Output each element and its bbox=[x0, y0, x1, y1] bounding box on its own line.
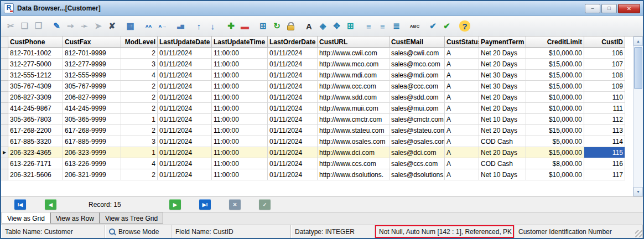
table-cell[interactable]: 01/11/2024 bbox=[158, 136, 212, 147]
table-cell[interactable]: Net 20 Days bbox=[479, 125, 526, 136]
table-cell[interactable]: 106 bbox=[584, 48, 625, 59]
table-cell[interactable]: A bbox=[445, 48, 479, 59]
table-cell[interactable]: 617-268-2200 bbox=[8, 125, 63, 136]
find-icon[interactable]: AA bbox=[142, 19, 155, 33]
table-cell[interactable]: 11:00:00 bbox=[212, 158, 268, 169]
table-cell[interactable]: 01/11/2024 bbox=[158, 125, 212, 136]
table-cell[interactable]: 01/11/2024 bbox=[158, 70, 212, 81]
refresh-icon[interactable]: ↻ bbox=[270, 19, 284, 33]
table-cell[interactable]: 01/11/2024 bbox=[268, 158, 318, 169]
table-cell[interactable]: A bbox=[445, 70, 479, 81]
table-cell[interactable]: A bbox=[445, 103, 479, 114]
column-header-lastupdatedate[interactable]: LastUpdateDate bbox=[158, 37, 212, 48]
column-header-paymentterm[interactable]: PaymentTerm bbox=[479, 37, 526, 48]
table-cell[interactable]: 01/11/2024 bbox=[268, 147, 318, 158]
table-cell[interactable]: 305-767-9999 bbox=[63, 81, 121, 92]
chart-icon[interactable]: ▃▆ bbox=[174, 19, 188, 33]
column-header-custid[interactable]: CustID bbox=[584, 37, 625, 48]
table-cell[interactable]: 01/11/2024 bbox=[158, 103, 212, 114]
table-cell[interactable]: 01/11/2024 bbox=[158, 59, 212, 70]
table-cell[interactable]: http://www.cmctr.com bbox=[318, 114, 389, 125]
table-cell[interactable]: 305-365-7803 bbox=[8, 114, 63, 125]
table-cell[interactable]: 3 bbox=[121, 59, 158, 70]
table-cell[interactable]: 206-827-9999 bbox=[63, 92, 121, 103]
table-cell[interactable]: 01/11/2024 bbox=[158, 92, 212, 103]
table-cell[interactable]: 11:00:00 bbox=[212, 147, 268, 158]
table-cell[interactable]: Net 20 Days bbox=[479, 92, 526, 103]
minimize-button[interactable]: – bbox=[585, 4, 600, 13]
table-cell[interactable]: http://www.stateu.com bbox=[318, 125, 389, 136]
rename-field-icon[interactable]: A bbox=[302, 19, 316, 33]
post-button[interactable]: ✓ bbox=[259, 199, 271, 210]
table-cell[interactable]: 812-701-1002 bbox=[8, 48, 63, 59]
table-cell[interactable]: sales@dsolutions. bbox=[389, 169, 445, 180]
export-table-icon[interactable]: ⊞ bbox=[256, 19, 270, 33]
align-right-icon[interactable]: ≣ bbox=[389, 19, 403, 33]
table-cell[interactable]: 01/11/2024 bbox=[158, 114, 212, 125]
table-cell[interactable]: $8,000.00 bbox=[526, 158, 584, 169]
table-cell[interactable]: 2 bbox=[121, 92, 158, 103]
table-cell[interactable]: 11:00:00 bbox=[212, 70, 268, 81]
table-cell[interactable]: 11:00:00 bbox=[212, 125, 268, 136]
table-cell[interactable]: A bbox=[445, 169, 479, 180]
column-header-custurl[interactable]: CustURL bbox=[318, 37, 389, 48]
table-cell[interactable]: http://www.osales.com bbox=[318, 136, 389, 147]
table-cell[interactable]: 107 bbox=[584, 59, 625, 70]
table-cell[interactable]: 2 bbox=[121, 48, 158, 59]
table-cell[interactable]: 01/11/2024 bbox=[268, 125, 318, 136]
table-cell[interactable]: $15,000.00 bbox=[526, 125, 584, 136]
table-cell[interactable]: 414-245-9867 bbox=[8, 103, 63, 114]
find-next-icon[interactable]: A→ bbox=[155, 19, 169, 33]
table-cell[interactable]: http://www.dci.com bbox=[318, 147, 389, 158]
table-cell[interactable]: 4 bbox=[121, 70, 158, 81]
table-cell[interactable]: A bbox=[445, 114, 479, 125]
table-cell[interactable]: A bbox=[445, 81, 479, 92]
table-cell[interactable]: Net 20 Days bbox=[479, 59, 526, 70]
cancel-edit-icon[interactable]: ✘ bbox=[105, 19, 119, 33]
table-cell[interactable]: 1 bbox=[121, 114, 158, 125]
fill-icon[interactable]: ◈ bbox=[316, 19, 330, 33]
resize-grip[interactable] bbox=[635, 230, 642, 237]
table-cell[interactable]: 11:00:00 bbox=[212, 92, 268, 103]
table-cell[interactable]: 01/11/2024 bbox=[268, 136, 318, 147]
table-cell[interactable]: 116 bbox=[584, 158, 625, 169]
table-cell[interactable]: sales@mdi.com bbox=[389, 70, 445, 81]
table-cell[interactable]: Net 10 Days bbox=[479, 114, 526, 125]
table-cell[interactable]: 113 bbox=[584, 125, 625, 136]
abc-check-icon[interactable]: ABC bbox=[408, 19, 422, 33]
fit-columns-icon[interactable]: ✥ bbox=[330, 19, 344, 33]
table-cell[interactable]: 1 bbox=[121, 147, 158, 158]
tab-view-as-tree-grid[interactable]: View as Tree Grid bbox=[100, 212, 163, 224]
table-cell[interactable]: 206-321-5606 bbox=[8, 169, 63, 180]
table-cell[interactable]: 206-321-9999 bbox=[63, 169, 121, 180]
table-cell[interactable]: 01/11/2024 bbox=[158, 158, 212, 169]
table-cell[interactable]: 305-365-9999 bbox=[63, 114, 121, 125]
table-cell[interactable]: sales@cmctr.com bbox=[389, 114, 445, 125]
table-cell[interactable]: sales@cwii.com bbox=[389, 48, 445, 59]
edit-record-icon[interactable]: ✎ bbox=[50, 19, 64, 33]
table-cell[interactable]: http://www.muii.com bbox=[318, 103, 389, 114]
maximize-button[interactable]: □ bbox=[601, 4, 617, 13]
table-cell[interactable]: sales@dci.com bbox=[389, 147, 445, 158]
grid-view-icon[interactable]: ⊞ bbox=[344, 19, 357, 33]
table-cell[interactable]: $15,000.00 bbox=[526, 81, 584, 92]
table-cell[interactable]: sales@stateu.com bbox=[389, 125, 445, 136]
table-cell[interactable]: 01/11/2024 bbox=[158, 147, 212, 158]
table-cell[interactable]: http://www.cwii.com bbox=[318, 48, 389, 59]
table-cell[interactable]: 11:00:00 bbox=[212, 114, 268, 125]
delete-record-icon[interactable]: ▬ bbox=[238, 19, 252, 33]
table-cell[interactable]: 01/11/2024 bbox=[268, 103, 318, 114]
table-cell[interactable]: 115 bbox=[584, 147, 625, 158]
table-cell[interactable]: sales@osales.com bbox=[389, 136, 445, 147]
table-cell[interactable]: 2 bbox=[121, 81, 158, 92]
table-cell[interactable]: 613-226-7171 bbox=[8, 158, 63, 169]
table-cell[interactable]: 114 bbox=[584, 136, 625, 147]
column-header-modlevel[interactable]: ModLevel bbox=[121, 37, 158, 48]
form-editor-icon[interactable]: ▦ bbox=[123, 19, 137, 33]
table-cell[interactable]: $10,000.00 bbox=[526, 48, 584, 59]
table-cell[interactable]: 312-277-9999 bbox=[63, 59, 121, 70]
table-cell[interactable]: salea@ccc.com bbox=[389, 81, 445, 92]
table-cell[interactable]: $15,000.00 bbox=[526, 70, 584, 81]
table-cell[interactable]: 11:00:00 bbox=[212, 169, 268, 180]
scroll-down-icon[interactable]: ▼ bbox=[633, 187, 643, 196]
